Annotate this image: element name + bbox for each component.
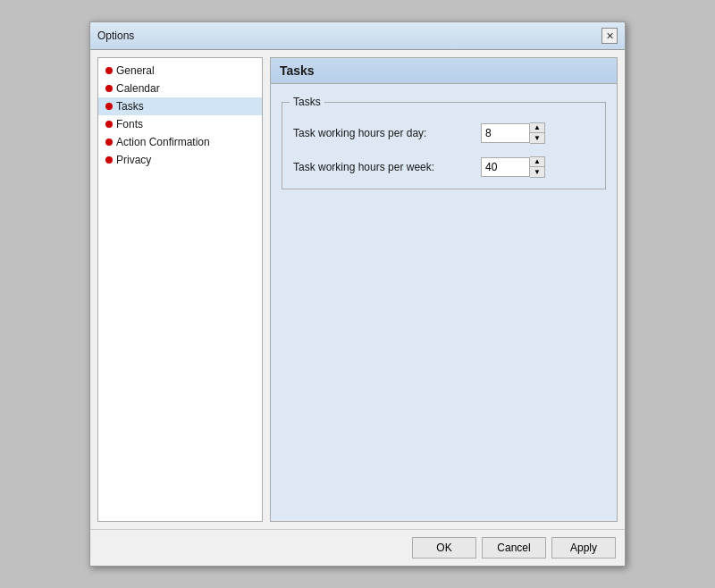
sidebar-item-general[interactable]: General [98,62,262,80]
hours-per-day-spin-up[interactable]: ▲ [530,123,544,133]
bullet-icon [105,156,113,164]
hours-per-week-row: Task working hours per week: ▲ ▼ [293,156,594,178]
hours-per-week-spin-up[interactable]: ▲ [530,157,544,167]
apply-button[interactable]: Apply [551,537,616,559]
sidebar-label-general: General [116,64,155,77]
bullet-icon [105,139,113,146]
content-title: Tasks [280,63,315,78]
bullet-icon [105,103,113,110]
bullet-icon [105,121,113,128]
options-dialog: Options ✕ General Calendar Tasks Fonts [89,21,626,567]
bullet-icon [105,85,113,92]
hours-per-week-spin-buttons: ▲ ▼ [530,156,545,178]
hours-per-day-input[interactable] [481,123,530,143]
sidebar-item-fonts[interactable]: Fonts [98,115,262,133]
content-body: Tasks Task working hours per day: ▲ ▼ [271,84,617,521]
dialog-footer: OK Cancel Apply [90,529,625,566]
hours-per-day-spin-down[interactable]: ▼ [530,133,544,143]
sidebar-item-privacy[interactable]: Privacy [98,151,262,169]
close-button[interactable]: ✕ [601,28,618,44]
sidebar-item-calendar[interactable]: Calendar [98,80,262,97]
sidebar-label-tasks: Tasks [116,100,144,113]
sidebar-item-action-confirmation[interactable]: Action Confirmation [98,133,262,151]
hours-per-week-label: Task working hours per week: [293,161,472,173]
group-box-legend: Tasks [290,96,324,108]
bullet-icon [105,67,113,74]
hours-per-day-spin-buttons: ▲ ▼ [530,122,545,144]
tasks-group-box: Tasks Task working hours per day: ▲ ▼ [282,102,606,189]
hours-per-week-input[interactable] [481,157,530,177]
sidebar-label-fonts: Fonts [116,118,143,130]
hours-per-week-spin-down[interactable]: ▼ [530,167,544,177]
sidebar-item-tasks[interactable]: Tasks [98,97,262,115]
content-header: Tasks [271,58,617,84]
hours-per-day-label: Task working hours per day: [293,127,472,139]
content-panel: Tasks Tasks Task working hours per day: … [270,57,618,522]
sidebar: General Calendar Tasks Fonts Action Conf… [97,57,263,522]
sidebar-label-calendar: Calendar [116,82,160,95]
title-bar: Options ✕ [90,22,625,50]
cancel-button[interactable]: Cancel [482,537,546,559]
window-title: Options [97,29,134,42]
hours-per-week-spinbox: ▲ ▼ [481,156,545,178]
hours-per-day-spinbox: ▲ ▼ [481,122,545,144]
ok-button[interactable]: OK [412,537,476,559]
dialog-body: General Calendar Tasks Fonts Action Conf… [90,50,625,529]
hours-per-day-row: Task working hours per day: ▲ ▼ [293,122,594,144]
sidebar-label-privacy: Privacy [116,154,151,166]
sidebar-label-action-confirmation: Action Confirmation [116,136,210,148]
